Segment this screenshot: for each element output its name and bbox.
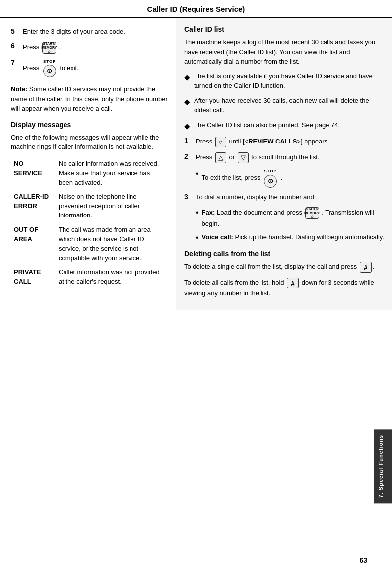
diamond-icon-2: ◆: [184, 96, 190, 108]
right-step-1-content: Press ▿ until [<REVIEW CALLS>] appears.: [196, 137, 385, 147]
start-memory-button-fax[interactable]: START/MEMORY◇: [305, 207, 319, 219]
step-5: 5 Enter the 3 digits of your area code.: [11, 27, 168, 37]
step-6: 6 Press START/MEMORY◇ .: [11, 42, 168, 54]
note-label: Note:: [11, 85, 27, 93]
right-step-3-num: 3: [184, 193, 192, 201]
desc-no-service: No caller information was received. Make…: [56, 157, 168, 190]
hash-button-single[interactable]: #: [360, 262, 372, 273]
code-caller-id-error: CALLER-IDERROR: [11, 190, 56, 223]
caller-id-list-intro: The machine keeps a log of the most rece…: [184, 37, 385, 67]
delete-all-para: To delete all calls from the list, hold …: [184, 278, 385, 298]
bullet-dot-voice: •: [196, 232, 199, 244]
right-column: Caller ID list The machine keeps a log o…: [176, 18, 392, 310]
display-messages-intro: One of the following messages will appea…: [11, 133, 168, 152]
right-step-1: 1 Press ▿ until [<REVIEW CALLS>] appears…: [184, 137, 385, 147]
table-row: PRIVATECALL Caller information was not p…: [11, 265, 168, 289]
bullet-item-2: ◆ After you have received 30 calls, each…: [184, 96, 385, 115]
right-step-3-content: To dial a number, display the number and…: [196, 193, 385, 202]
note-block: Note: Some caller ID services may not pr…: [11, 84, 168, 114]
caller-id-list-heading: Caller ID list: [184, 25, 385, 33]
bullet-item-3: ◆ The Caller ID list can also be printed…: [184, 120, 385, 132]
stop-button-7[interactable]: ⊙: [43, 65, 56, 77]
page-number: 63: [359, 556, 367, 564]
delete-single-para: To delete a single call from the list, d…: [184, 262, 385, 273]
stop-label-exit: STOP: [264, 168, 277, 174]
table-row: NOSERVICE No caller information was rece…: [11, 157, 168, 190]
voice-label: Voice call:: [202, 233, 233, 241]
fax-label: Fax:: [202, 209, 215, 216]
right-step-2-content: Press △ or ▽ to scroll through the list.: [196, 152, 385, 163]
right-step-1-num: 1: [184, 137, 192, 144]
right-step-2: 2 Press △ or ▽ to scroll through the lis…: [184, 152, 385, 163]
hash-button-all[interactable]: #: [287, 278, 299, 288]
bullet-text-3: The Caller ID list can also be printed. …: [194, 120, 385, 130]
bullet-text-2: After you have received 30 calls, each n…: [194, 96, 385, 115]
menu-button[interactable]: ▿: [215, 137, 226, 147]
step-7-num: 7: [11, 59, 20, 67]
step-5-num: 5: [11, 27, 20, 35]
step-6-content: Press START/MEMORY◇ .: [23, 42, 168, 54]
bullet-text-1: The list is only available if you have C…: [194, 72, 385, 91]
fax-sub-bullet: • Fax: Load the document and press START…: [196, 207, 385, 229]
fax-text: Fax: Load the document and press START/M…: [202, 207, 385, 229]
left-column: 5 Enter the 3 digits of your area code. …: [0, 18, 176, 310]
deleting-calls-heading: Deleting calls from the list: [184, 250, 385, 258]
desc-out-of-area: The call was made from an area which doe…: [56, 223, 168, 265]
step-6-num: 6: [11, 42, 20, 50]
code-no-service: NOSERVICE: [11, 157, 56, 190]
display-messages-table: NOSERVICE No caller information was rece…: [11, 157, 168, 289]
diamond-icon-3: ◆: [184, 121, 190, 132]
start-memory-button-6[interactable]: START/MEMORY◇: [42, 42, 56, 54]
exit-text: To exit the list, press STOP ⊙ .: [202, 168, 385, 188]
table-row: CALLER-IDERROR Noise on the telephone li…: [11, 190, 168, 223]
display-messages-heading: Display messages: [11, 121, 168, 129]
code-out-of-area: OUT OFAREA: [11, 223, 56, 265]
stop-wrap-7: STOP ⊙: [42, 59, 57, 78]
bullet-dot-fax: •: [196, 207, 199, 218]
down-arrow-button[interactable]: ▽: [238, 152, 249, 163]
desc-private-call: Caller information was not provided at t…: [56, 265, 168, 289]
bullet-dot-exit: •: [196, 168, 199, 180]
stop-wrap-exit: STOP ⊙: [263, 168, 278, 188]
step-7-content: Press STOP ⊙ to exit.: [23, 59, 168, 78]
side-tab: 7. Special Functions: [374, 429, 392, 503]
bullet-item-1: ◆ The list is only available if you have…: [184, 72, 385, 91]
code-private-call: PRIVATECALL: [11, 265, 56, 289]
step-7: 7 Press STOP ⊙ to exit.: [11, 59, 168, 78]
voice-text: Voice call: Pick up the handset. Dialing…: [202, 232, 385, 242]
right-step-2-num: 2: [184, 152, 192, 160]
step-5-text: Enter the 3 digits of your area code.: [23, 27, 168, 37]
stop-label-7: STOP: [43, 59, 56, 65]
up-arrow-button[interactable]: △: [215, 152, 226, 163]
right-step-3: 3 To dial a number, display the number a…: [184, 193, 385, 202]
exit-sub-bullet: • To exit the list, press STOP ⊙ .: [196, 168, 385, 188]
page-title: Caller ID (Requires Service): [0, 0, 392, 18]
stop-button-exit[interactable]: ⊙: [264, 175, 277, 188]
note-text: Some caller ID services may not provide …: [11, 85, 168, 112]
diamond-icon-1: ◆: [184, 72, 190, 83]
voice-sub-bullet: • Voice call: Pick up the handset. Diali…: [196, 232, 385, 244]
table-row: OUT OFAREA The call was made from an are…: [11, 223, 168, 265]
desc-caller-id-error: Noise on the telephone line prevented re…: [56, 190, 168, 223]
